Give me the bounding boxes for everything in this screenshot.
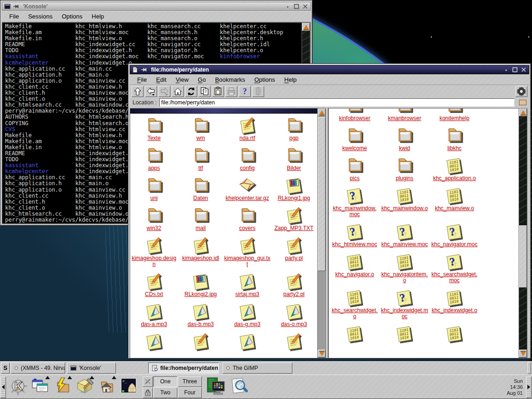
file-item-khc_mainwindow.o[interactable]: 110100111010khc_mainwindow.o: [380, 187, 429, 223]
file-item-das-a.mp3[interactable]: das-a.mp3: [131, 302, 177, 332]
file-item[interactable]: [177, 332, 224, 357]
desktop-four-button[interactable]: Four: [178, 387, 202, 398]
file-item-khc_mainview.o[interactable]: 110100111010khc_mainview.o: [429, 187, 479, 223]
file-item-nda.rtf[interactable]: nda.rtf: [224, 116, 271, 146]
file-item-khc_navigatoritem.o[interactable]: 110100111010khc_navigatoritem.o: [380, 253, 429, 289]
maximize-button[interactable]: [293, 3, 300, 10]
lightning-launcher[interactable]: [52, 376, 73, 398]
task-button[interactable]: 'Konsole': [67, 363, 116, 374]
pager-config-button[interactable]: [143, 376, 153, 387]
desktop-one-button[interactable]: One: [153, 376, 177, 387]
menu-item-options[interactable]: Options: [251, 75, 279, 84]
file-item-das-o.mp3[interactable]: das-o.mp3: [271, 302, 317, 332]
home-button[interactable]: [172, 86, 184, 97]
reload-button[interactable]: [185, 86, 197, 97]
file-item-konitemhelp[interactable]: konitemhelp: [429, 108, 479, 127]
file-item-libkhc[interactable]: libkhc: [429, 127, 479, 157]
help-button[interactable]: ?: [239, 86, 251, 97]
file-item-sirtaj.mp3[interactable]: sirtaj.mp3: [224, 272, 271, 302]
file-item-RLkongi2.jpg[interactable]: RLkongi2.jpg: [177, 272, 224, 302]
konsole-launcher[interactable]: >_: [118, 376, 139, 398]
file-item-kmanbrowser[interactable]: kmanbrowser: [380, 108, 429, 127]
file-item-apps[interactable]: apps: [131, 146, 177, 176]
menu-item-sessions[interactable]: Sessions: [24, 12, 56, 21]
file-item-uni[interactable]: uni: [131, 176, 177, 206]
file-item-khc_indexwidget.moc[interactable]: ??khc_indexwidget.moc: [380, 289, 429, 325]
location-input[interactable]: [159, 98, 514, 107]
magnifier-launcher[interactable]: [228, 376, 249, 398]
scrollbar-thumb[interactable]: [519, 225, 527, 288]
menu-item-help[interactable]: Help: [281, 75, 301, 84]
location-mini-button[interactable]: [519, 100, 526, 105]
file-item-khc_mainview.moc[interactable]: ??khc_mainview.moc: [380, 223, 429, 253]
file-item-Zapp_MP3.TXT[interactable]: Zapp_MP3.TXT: [271, 206, 317, 236]
file-item-kimageshop.idl[interactable]: kimageshop.idl: [177, 236, 224, 272]
file-item-kimageshop.design[interactable]: kimageshop.design: [131, 236, 177, 272]
task-button[interactable]: (XMMS - 49. Nirvan...: [11, 363, 65, 374]
file-item-config[interactable]: config: [224, 146, 271, 176]
file-item[interactable]: 110100111010: [330, 325, 380, 349]
file-item-khc_htmlview.moc[interactable]: ??khc_htmlview.moc: [330, 223, 380, 253]
file-item-Daten[interactable]: Daten: [177, 176, 224, 206]
file-item-ttf[interactable]: ttf: [177, 146, 224, 176]
file-item-khc_navigator.o[interactable]: 110100111010khc_navigator.o: [330, 253, 380, 289]
display-launcher[interactable]: [205, 376, 226, 398]
menu-item-edit[interactable]: Edit: [152, 75, 170, 84]
copy-button[interactable]: [199, 86, 211, 97]
desktop-three-button[interactable]: Three: [178, 376, 202, 387]
file-item-das-b.mp3[interactable]: das-b.mp3: [177, 302, 224, 332]
close-button[interactable]: [520, 66, 527, 73]
file-item-khc_application.o[interactable]: 110100111010khc_application.o: [429, 157, 479, 187]
fm-titlebar[interactable]: file:/home/perry/daten: [130, 65, 529, 74]
menu-item-file[interactable]: File: [133, 75, 151, 84]
home-launcher[interactable]: [96, 376, 117, 398]
file-item-CDs.txt[interactable]: CDs.txt: [131, 272, 177, 302]
file-item[interactable]: [224, 332, 271, 357]
back-button[interactable]: [145, 86, 157, 97]
file-item-khc_indexwidget.o[interactable]: 110100111010khc_indexwidget.o: [429, 289, 479, 325]
file-item-khc_mainwindow.moc[interactable]: ??khc_mainwindow.moc: [330, 187, 380, 223]
menu-item-options[interactable]: Options: [58, 12, 86, 21]
menu-item-go[interactable]: Go: [194, 75, 209, 84]
file-item-khelpcenter.tar.gz[interactable]: khelpcenter.tar.gz: [224, 176, 271, 206]
file-item-khc_searchwidget.o[interactable]: 110100111010khc_searchwidget.o: [330, 289, 380, 325]
file-item[interactable]: [131, 332, 177, 357]
file-item-pgp[interactable]: pgp: [271, 116, 317, 146]
task-button[interactable]: The GIMP: [223, 363, 292, 374]
file-item-khc_searchwidget.moc[interactable]: ??khc_searchwidget.moc: [429, 253, 479, 289]
right-pane-scrollbar[interactable]: [519, 108, 527, 358]
file-item-plugins[interactable]: plugins: [380, 157, 429, 187]
file-item-kimageshop_gui.txt[interactable]: kimageshop_gui.txt: [224, 236, 271, 272]
pager-lock-button[interactable]: [143, 387, 153, 398]
up-button[interactable]: [132, 86, 144, 97]
menu-item-view[interactable]: View: [172, 75, 192, 84]
file-item-kwid[interactable]: kwid: [380, 127, 429, 157]
file-item-khc_navigator.moc[interactable]: ??khc_navigator.moc: [429, 223, 479, 253]
file-item[interactable]: [271, 332, 317, 357]
file-item-mail[interactable]: mail: [177, 206, 224, 236]
kmenu-launcher[interactable]: K: [7, 376, 29, 398]
file-item-wm[interactable]: wm: [177, 116, 224, 146]
konsole-window-icon[interactable]: [4, 3, 11, 10]
konsole-titlebar[interactable]: 'Konsole': [2, 2, 311, 11]
paste-button[interactable]: [212, 86, 224, 97]
file-item-party2.pl[interactable]: party2.pl: [271, 272, 317, 302]
file-item-party.pl[interactable]: party.pl: [271, 236, 317, 272]
file-item-pics[interactable]: pics: [330, 157, 380, 187]
panel-hide-right[interactable]: [526, 376, 532, 398]
file-item-kinfobrowser[interactable]: kinfobrowser: [330, 108, 380, 127]
desktop-two-button[interactable]: Two: [153, 387, 177, 398]
scroll-up-icon[interactable]: [318, 109, 326, 116]
menu-item-help[interactable]: Help: [88, 12, 108, 21]
scroll-up-icon[interactable]: [519, 109, 527, 116]
panel-hide-left[interactable]: [0, 376, 6, 398]
file-item-kwelcome[interactable]: kwelcome: [330, 127, 380, 157]
shade-button[interactable]: [502, 66, 510, 73]
file-item-Texte[interactable]: Texte: [131, 116, 177, 146]
file-item[interactable]: 110100111010: [429, 325, 479, 349]
file-item-win32[interactable]: win32: [131, 206, 177, 236]
fm-window-icon[interactable]: [132, 66, 139, 73]
windowlist-launcher[interactable]: [30, 376, 51, 398]
left-pane-scrollbar[interactable]: [317, 108, 326, 358]
file-item-Bilder[interactable]: Bilder: [271, 146, 317, 176]
